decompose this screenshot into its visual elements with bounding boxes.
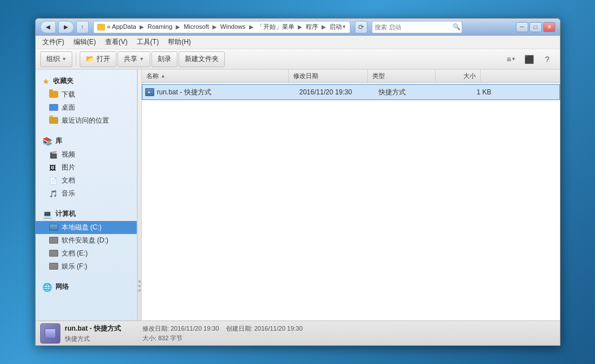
col-header-type[interactable]: 类型 (368, 70, 436, 83)
favorites-label: 收藏夹 (53, 76, 73, 86)
file-type: 快捷方式 (379, 88, 446, 97)
sidebar-section-network: 🌐 网络 (36, 280, 137, 294)
sidebar-item-drive-e-label: 文档 (E:) (62, 249, 88, 258)
sidebar-header-libraries[interactable]: 📚 库 (36, 134, 137, 148)
col-header-size[interactable]: 大小 (436, 70, 481, 83)
sidebar-item-music[interactable]: 🎵 音乐 (36, 187, 137, 200)
sidebar-item-documents[interactable]: 📄 文档 (36, 174, 137, 187)
close-button[interactable]: ✕ (543, 22, 555, 32)
address-bar[interactable]: « AppData ▶ Roaming ▶ Microsoft ▶ Window… (93, 21, 350, 33)
sidebar-item-recent[interactable]: 最近访问的位置 (36, 114, 137, 127)
video-icon: 🎬 (49, 151, 58, 159)
sidebar-item-pictures-label: 图片 (62, 163, 75, 172)
drive-d-icon (49, 237, 58, 245)
drive-f-icon (49, 263, 58, 271)
share-button[interactable]: 共享 ▼ (118, 51, 150, 67)
status-size: 大小: 832 字节 (142, 334, 303, 343)
toolbar-separator-1 (76, 53, 76, 66)
up-button[interactable]: ↑ (76, 21, 89, 33)
open-label: 📂 打开 (86, 54, 110, 64)
folder-icon (97, 24, 105, 31)
file-name: run.bat - 快捷方式 (157, 88, 299, 97)
explorer-window: ◀ ▶ ↑ « AppData ▶ Roaming ▶ Microsoft ▶ … (35, 18, 561, 346)
main-area: ★ 收藏夹 下载 桌面 (36, 70, 560, 320)
divider-dot-1 (138, 280, 141, 283)
address-dropdown-icon[interactable]: ▼ (342, 24, 346, 29)
open-button[interactable]: 📂 打开 (80, 51, 116, 67)
new-folder-button[interactable]: 新建文件夹 (179, 51, 225, 67)
divider-dot-3 (138, 289, 141, 292)
back-button[interactable]: ◀ (40, 21, 56, 33)
table-row[interactable]: run.bat - 快捷方式 2016/11/20 19:30 快捷方式 1 K… (142, 84, 560, 100)
refresh-button[interactable]: ⟳ (355, 21, 367, 33)
network-label: 网络 (55, 282, 69, 292)
column-header: 名称 ▲ 修改日期 类型 大小 (142, 70, 560, 83)
organize-dropdown-icon: ▼ (62, 57, 67, 62)
menu-tools[interactable]: 工具(T) (132, 36, 163, 48)
search-input[interactable] (375, 24, 453, 31)
file-list: run.bat - 快捷方式 2016/11/20 19:30 快捷方式 1 K… (142, 83, 560, 320)
created-value: 2016/11/20 19:30 (254, 325, 303, 332)
downloads-icon (49, 91, 58, 99)
sidebar-item-video-label: 视频 (62, 150, 75, 159)
recent-icon (49, 117, 58, 125)
sidebar-item-pictures[interactable]: 🖼 图片 (36, 161, 137, 174)
sidebar-section-libraries: 📚 库 🎬 视频 🖼 图片 📄 文档 🎵 音乐 (36, 134, 137, 200)
maximize-button[interactable]: □ (529, 22, 542, 32)
status-bar: run.bat - 快捷方式 快捷方式 修改日期: 2016/11/20 19:… (36, 320, 560, 345)
forward-button[interactable]: ▶ (58, 21, 74, 33)
sidebar-header-network[interactable]: 🌐 网络 (36, 280, 137, 294)
resize-handle[interactable] (137, 70, 142, 320)
status-text: run.bat - 快捷方式 快捷方式 (65, 324, 121, 343)
minimize-button[interactable]: ─ (516, 22, 528, 32)
file-date: 2016/11/20 19:30 (299, 88, 379, 96)
help-button[interactable]: ? (540, 53, 555, 66)
title-bar: ◀ ▶ ↑ « AppData ▶ Roaming ▶ Microsoft ▶ … (36, 19, 560, 36)
sort-arrow-icon: ▲ (161, 73, 166, 79)
search-bar[interactable]: 🔍 (372, 21, 462, 33)
content-area: 名称 ▲ 修改日期 类型 大小 run.b (142, 70, 560, 320)
view-toggle-button[interactable]: ≡▼ (503, 53, 519, 66)
menu-view[interactable]: 查看(V) (101, 36, 132, 48)
sidebar-item-drive-d-label: 软件安装盘 (D:) (62, 236, 108, 245)
menu-file[interactable]: 文件(F) (38, 36, 69, 48)
sidebar-item-documents-label: 文档 (62, 176, 75, 185)
sidebar-item-music-label: 音乐 (62, 189, 75, 198)
music-icon: 🎵 (49, 190, 58, 198)
status-icon-inner (45, 328, 56, 339)
menu-edit[interactable]: 编辑(E) (69, 36, 101, 48)
drive-e-icon (49, 250, 58, 258)
sidebar-item-video[interactable]: 🎬 视频 (36, 148, 137, 161)
col-header-name[interactable]: 名称 ▲ (142, 70, 289, 83)
share-dropdown-icon: ▼ (140, 57, 144, 62)
modified-value: 2016/11/20 19:30 (171, 325, 219, 332)
sidebar-item-drive-c[interactable]: 本地磁盘 (C:) (36, 221, 137, 234)
nav-controls: ◀ ▶ ↑ « AppData ▶ Roaming ▶ Microsoft ▶ … (40, 21, 462, 33)
organize-button[interactable]: 组织 ▼ (40, 51, 73, 67)
preview-pane-button[interactable]: ⬛ (522, 53, 537, 66)
drive-c-icon (49, 224, 58, 232)
sidebar-item-downloads[interactable]: 下载 (36, 88, 137, 101)
menu-help[interactable]: 帮助(H) (163, 36, 196, 48)
new-folder-label: 新建文件夹 (185, 54, 219, 64)
libraries-icon: 📚 (42, 137, 52, 146)
pictures-icon: 🖼 (49, 164, 58, 172)
sidebar-item-drive-f-label: 娱乐 (F:) (62, 262, 88, 271)
sidebar-header-computer[interactable]: 💻 计算机 (36, 207, 137, 221)
sidebar-header-favorites[interactable]: ★ 收藏夹 (36, 74, 137, 88)
sidebar-item-downloads-label: 下载 (62, 90, 75, 99)
sidebar-item-desktop[interactable]: 桌面 (36, 101, 137, 114)
organize-label: 组织 (46, 54, 60, 64)
sidebar-item-drive-f[interactable]: 娱乐 (F:) (36, 260, 137, 273)
col-header-date[interactable]: 修改日期 (289, 70, 368, 83)
sidebar-item-drive-d[interactable]: 软件安装盘 (D:) (36, 234, 137, 247)
status-meta: 修改日期: 2016/11/20 19:30 创建日期: 2016/11/20 … (142, 324, 303, 343)
sidebar-item-drive-e[interactable]: 文档 (E:) (36, 247, 137, 260)
col-date-label: 修改日期 (293, 72, 318, 80)
status-file-name: run.bat - 快捷方式 (65, 324, 121, 333)
toolbar: 组织 ▼ 📂 打开 共享 ▼ 刻录 新建文件夹 ≡▼ ⬛ ? (36, 49, 560, 70)
divider-dot-2 (138, 285, 141, 287)
computer-label: 计算机 (55, 209, 76, 219)
size-value: 832 字节 (158, 335, 183, 341)
burn-button[interactable]: 刻录 (151, 51, 177, 67)
